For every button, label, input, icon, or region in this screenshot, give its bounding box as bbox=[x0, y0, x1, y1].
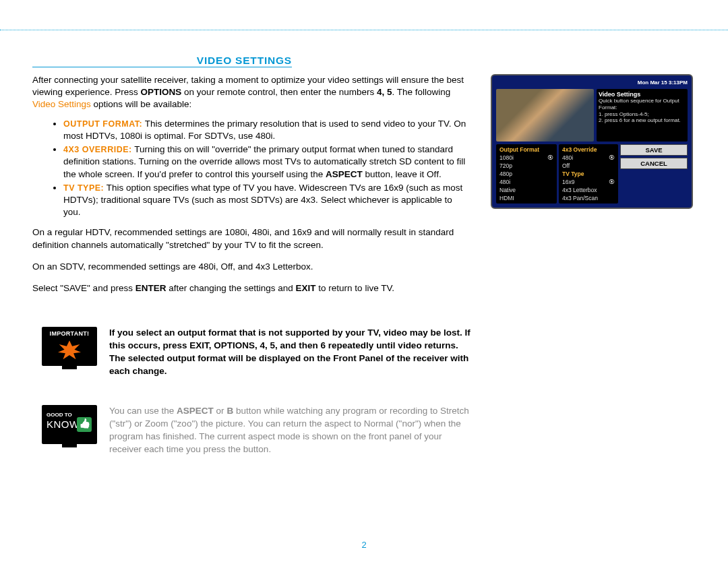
bullet-label: 4X3 OVERRIDE: bbox=[63, 145, 132, 154]
bold-aspect: ASPECT bbox=[326, 169, 363, 179]
good-to-know-callout: GOOD TO KNOW You can use the ASPECT or B… bbox=[42, 405, 701, 456]
tv-screenshot: Mon Mar 15 3:13PM Video Settings Quick b… bbox=[491, 74, 693, 209]
list-item: 480i⦿ bbox=[559, 154, 618, 162]
list-header: Output Format bbox=[496, 146, 557, 154]
list-item: 720p bbox=[496, 162, 557, 170]
text: to return to live TV. bbox=[316, 283, 394, 293]
list-item: Off bbox=[559, 162, 618, 170]
text: . The following bbox=[392, 87, 451, 97]
bold-numbers: 4, 5 bbox=[377, 87, 392, 97]
tv-info-title: Video Settings bbox=[599, 91, 686, 98]
list-item: 16x9⦿ bbox=[559, 178, 618, 186]
icon-label-bottom: KNOW bbox=[47, 418, 80, 430]
tv-info-sub: 2. press 6 for a new output format. bbox=[599, 117, 686, 124]
main-content: After connecting your satellite receiver… bbox=[32, 74, 471, 301]
bullet-label: TV TYPE: bbox=[63, 183, 104, 193]
paragraph-save: Select "SAVE" and press ENTER after chan… bbox=[32, 282, 471, 294]
text: or bbox=[214, 406, 227, 416]
bullet-text: This option specifies what type of TV yo… bbox=[63, 183, 462, 217]
tv-output-format-list: Output Format 1080i⦿ 720p 480p 480i Nati… bbox=[496, 144, 557, 204]
bold-exit: EXIT bbox=[296, 283, 316, 293]
list-item: 4x3 Letterbox bbox=[559, 186, 618, 194]
bullet-label: OUTPUT FORMAT: bbox=[63, 119, 142, 129]
tv-save-button: SAVE bbox=[620, 144, 688, 156]
thumbs-up-icon bbox=[77, 417, 92, 432]
section-title: VIDEO SETTINGS bbox=[32, 51, 292, 67]
tv-info-panel: Video Settings Quick button sequence for… bbox=[597, 89, 688, 142]
bold-b: B bbox=[226, 406, 233, 416]
intro-paragraph: After connecting your satellite receiver… bbox=[32, 74, 471, 111]
tv-date: Mon Mar 15 3:13PM bbox=[496, 80, 688, 86]
bullet-text: button, leave it Off. bbox=[363, 169, 442, 179]
bullet-output-format: OUTPUT FORMAT: This determines the prima… bbox=[63, 118, 471, 142]
icon-label-top: GOOD TO bbox=[47, 412, 72, 418]
text: You can use the bbox=[109, 406, 177, 416]
tv-info-sub: Quick button sequence for Output Format: bbox=[599, 98, 686, 111]
bold-enter: ENTER bbox=[135, 283, 166, 293]
list-item: Native bbox=[496, 186, 557, 194]
paragraph-hdtv: On a regular HDTV, recommended settings … bbox=[32, 226, 471, 251]
bullet-4x3-override: 4X3 OVERRIDE: Turning this on will "over… bbox=[63, 144, 471, 181]
good-to-know-icon: GOOD TO KNOW bbox=[42, 405, 97, 444]
page-number: 2 bbox=[0, 540, 728, 550]
good-to-know-text: You can use the ASPECT or B button while… bbox=[109, 405, 473, 456]
list-item: 480p bbox=[496, 170, 557, 178]
list-item: 4x3 Pan/Scan bbox=[559, 194, 618, 202]
text: on your remote control, then enter the n… bbox=[181, 87, 377, 97]
important-icon bbox=[42, 327, 97, 366]
list-header: TV Type bbox=[559, 170, 618, 178]
text: options will be available: bbox=[91, 99, 191, 109]
list-item: HDMI bbox=[496, 194, 557, 202]
list-header: 4x3 Override bbox=[559, 146, 618, 154]
tv-override-list: 4x3 Override 480i⦿ Off TV Type 16x9⦿ 4x3… bbox=[559, 144, 618, 204]
text: Select "SAVE" and press bbox=[32, 283, 135, 293]
paragraph-sdtv: On an SDTV, recommended settings are 480… bbox=[32, 261, 471, 273]
important-callout: If you select an output format that is n… bbox=[42, 327, 701, 378]
list-item: 480i bbox=[496, 178, 557, 186]
important-text: If you select an output format that is n… bbox=[109, 327, 473, 378]
tv-photo-preview bbox=[496, 89, 594, 142]
bold-options: OPTIONS bbox=[141, 87, 182, 97]
accent-text: Video Settings bbox=[32, 99, 91, 109]
tv-info-sub: 1. press Options-4-5; bbox=[599, 111, 686, 118]
bold-aspect: ASPECT bbox=[177, 406, 214, 416]
bullet-tv-type: TV TYPE: This option specifies what type… bbox=[63, 182, 471, 219]
list-item: 1080i⦿ bbox=[496, 154, 557, 162]
text: after changing the settings and bbox=[166, 283, 295, 293]
tv-cancel-button: CANCEL bbox=[620, 158, 688, 169]
